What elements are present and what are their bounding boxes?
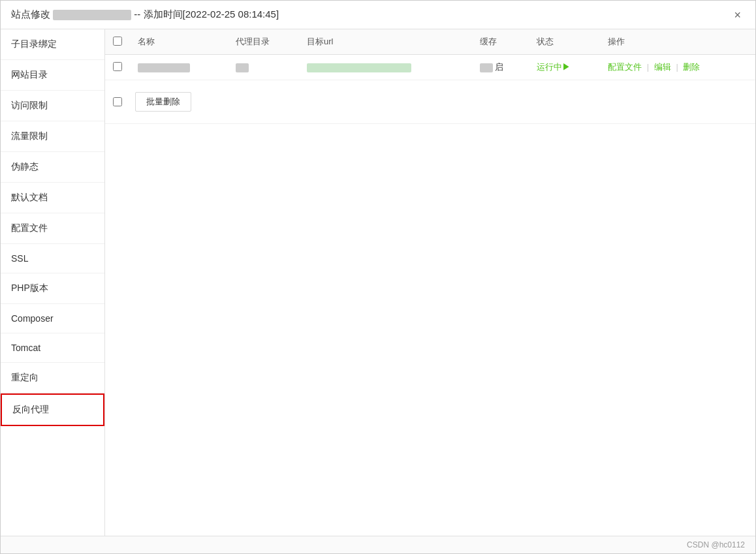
sidebar-item-php-version[interactable]: PHP版本 [1, 273, 104, 304]
close-button[interactable]: × [730, 8, 745, 22]
col-target-url: 目标url [299, 29, 472, 55]
modal-title: 站点修改 -- 添加时间[2022-02-25 08:14:45] [11, 8, 279, 21]
col-action: 操作 [600, 29, 755, 55]
modal-header: 站点修改 -- 添加时间[2022-02-25 08:14:45] × [1, 1, 755, 29]
row-checkbox[interactable] [113, 62, 122, 71]
footer-bar: CSDN @hc0112 [1, 536, 755, 553]
modal-title-time: -- 添加时间[2022-02-25 08:14:45] [134, 8, 279, 20]
row-action-cell: 配置文件 | 编辑 | 删除 [600, 55, 755, 80]
sidebar-item-website-directory[interactable]: 网站目录 [1, 60, 104, 91]
modal-title-site: 站点修改 [11, 8, 50, 20]
sidebar-item-redirect[interactable]: 重定向 [1, 363, 104, 393]
row-status-running: 运行中▶ [537, 62, 571, 72]
row-target-url-cell [299, 55, 472, 80]
batch-checkbox[interactable] [113, 97, 122, 106]
row-cache-cell: 启 [472, 55, 529, 80]
sep1: | [647, 62, 649, 72]
action-delete[interactable]: 删除 [683, 62, 700, 72]
sidebar-item-reverse-proxy[interactable]: 反向代理 [1, 393, 104, 426]
row-proxy-dir-cell [228, 55, 299, 80]
sidebar-item-pseudo-static[interactable]: 伪静态 [1, 152, 104, 183]
batch-delete-row: 批量删除 [105, 80, 755, 124]
row-status-cell: 运行中▶ [529, 55, 600, 80]
sidebar-item-subdirectory-bind[interactable]: 子目录绑定 [1, 29, 104, 60]
proxy-table: 名称 代理目录 目标url 缓存 状态 操作 [105, 29, 755, 80]
row-cache-blurred [480, 63, 493, 72]
batch-delete-button[interactable]: 批量删除 [135, 92, 191, 112]
sidebar-item-config-file[interactable]: 配置文件 [1, 213, 104, 244]
main-content: 名称 代理目录 目标url 缓存 状态 操作 [105, 29, 755, 536]
row-name-cell [130, 55, 228, 80]
row-target-url-blurred [307, 63, 411, 72]
action-edit[interactable]: 编辑 [654, 62, 671, 72]
content-table-area: 名称 代理目录 目标url 缓存 状态 操作 [105, 29, 755, 536]
row-checkbox-cell [105, 55, 130, 80]
sidebar-item-traffic-restriction[interactable]: 流量限制 [1, 121, 104, 152]
col-name: 名称 [130, 29, 228, 55]
modal-title-blurred [53, 10, 131, 20]
modal-container: 站点修改 -- 添加时间[2022-02-25 08:14:45] × 子目录绑… [0, 0, 756, 554]
col-checkbox [105, 29, 130, 55]
sidebar-item-default-document[interactable]: 默认文档 [1, 183, 104, 213]
sidebar-item-tomcat[interactable]: Tomcat [1, 333, 104, 363]
row-cache-suffix: 启 [495, 62, 503, 72]
select-all-checkbox[interactable] [113, 37, 122, 46]
table-header-row: 名称 代理目录 目标url 缓存 状态 操作 [105, 29, 755, 55]
sidebar-item-ssl[interactable]: SSL [1, 244, 104, 273]
action-config-file[interactable]: 配置文件 [608, 62, 642, 72]
sidebar: 子目录绑定 网站目录 访问限制 流量限制 伪静态 默认文档 配置文件 SSL P… [1, 29, 105, 536]
modal-body: 子目录绑定 网站目录 访问限制 流量限制 伪静态 默认文档 配置文件 SSL P… [1, 29, 755, 536]
footer-watermark: CSDN @hc0112 [687, 540, 745, 549]
row-proxy-dir-blurred [236, 63, 249, 72]
col-cache: 缓存 [472, 29, 529, 55]
col-status: 状态 [529, 29, 600, 55]
sidebar-item-composer[interactable]: Composer [1, 304, 104, 333]
sidebar-item-access-restriction[interactable]: 访问限制 [1, 91, 104, 121]
row-name-blurred [138, 63, 190, 72]
sep2: | [676, 62, 678, 72]
table-row: 启 运行中▶ 配置文件 | 编辑 | 删除 [105, 55, 755, 80]
col-proxy-dir: 代理目录 [228, 29, 299, 55]
